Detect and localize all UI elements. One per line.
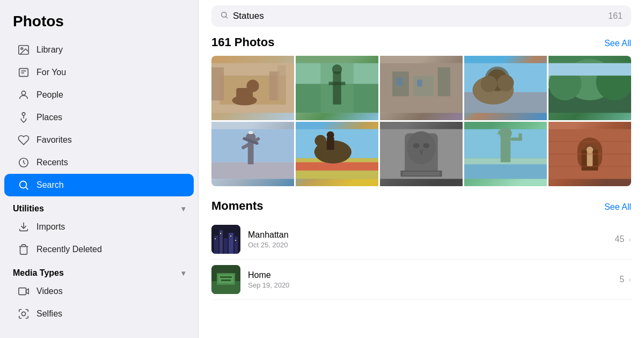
svg-rect-38 [464, 63, 547, 113]
svg-rect-23 [269, 71, 280, 100]
sidebar-item-people-label: People [36, 90, 63, 100]
svg-rect-63 [296, 158, 378, 179]
svg-rect-18 [219, 76, 286, 105]
photo-cell-5[interactable] [548, 56, 631, 120]
photo-cell-7[interactable] [296, 122, 378, 186]
svg-rect-37 [417, 80, 422, 86]
search-result-count: 161 [608, 11, 623, 21]
library-icon [17, 43, 30, 56]
svg-point-65 [314, 141, 352, 164]
moments-section: Moments See All [211, 199, 631, 300]
sidebar-item-library-label: Library [36, 45, 63, 55]
sidebar-item-favorites[interactable]: Favorites [4, 129, 194, 151]
photo-cell-6[interactable] [211, 122, 294, 186]
svg-point-49 [565, 59, 614, 100]
svg-point-29 [332, 64, 342, 74]
photo-cell-4[interactable] [464, 56, 547, 120]
sidebar-item-for-you[interactable]: For You [4, 61, 194, 84]
utilities-section-header[interactable]: Utilities ▾ [0, 196, 198, 216]
imports-icon [17, 221, 30, 233]
photos-section-title: 161 Photos [211, 35, 274, 49]
svg-rect-70 [380, 129, 463, 179]
utilities-chevron-icon: ▾ [181, 204, 185, 213]
photo-cell-9[interactable] [464, 122, 547, 186]
sidebar-item-recents[interactable]: Recents [4, 151, 194, 174]
svg-rect-55 [211, 162, 294, 179]
svg-rect-93 [587, 152, 593, 166]
svg-rect-101 [224, 238, 228, 254]
moment-item-manhattan[interactable]: Manhattan Oct 25, 2020 45 › [211, 219, 631, 260]
svg-rect-113 [221, 280, 231, 281]
moment-item-home[interactable]: Home Sep 19, 2020 5 › [211, 260, 631, 300]
moment-date-home: Sep 19, 2020 [248, 281, 612, 289]
svg-rect-72 [405, 134, 438, 175]
sidebar-item-videos[interactable]: Videos [4, 280, 194, 303]
moments-see-all-button[interactable]: See All [604, 202, 631, 212]
sidebar-item-imports[interactable]: Imports [4, 216, 194, 238]
photo-cell-1[interactable] [211, 56, 294, 120]
svg-line-16 [226, 17, 228, 18]
svg-rect-112 [220, 276, 232, 278]
svg-rect-25 [296, 63, 378, 113]
svg-rect-106 [230, 236, 231, 237]
svg-point-43 [485, 67, 510, 91]
photos-see-all-button[interactable]: See All [604, 39, 631, 48]
sidebar-item-search[interactable]: Search [4, 174, 194, 196]
sidebar-item-recently-deleted[interactable]: Recently Deleted [4, 238, 194, 261]
svg-point-9 [20, 181, 27, 188]
sidebar-item-selfies[interactable]: Selfies [4, 303, 194, 325]
svg-rect-88 [519, 134, 522, 141]
svg-point-14 [21, 312, 25, 315]
svg-rect-56 [248, 139, 254, 164]
sidebar-item-places-label: Places [36, 113, 62, 122]
svg-rect-35 [438, 68, 450, 97]
svg-rect-76 [401, 171, 442, 177]
favorites-icon [17, 134, 30, 146]
svg-rect-107 [235, 240, 236, 241]
svg-rect-59 [243, 137, 259, 145]
svg-rect-90 [548, 129, 631, 179]
photo-cell-8[interactable] [380, 122, 463, 186]
moment-right-manhattan: 45 › [615, 234, 631, 244]
places-icon [17, 111, 30, 124]
svg-rect-103 [235, 237, 238, 254]
svg-rect-104 [215, 238, 216, 239]
main-content: Statues 161 161 Photos See All [199, 0, 644, 338]
moments-section-header: Moments See All [211, 199, 631, 213]
svg-rect-17 [211, 63, 294, 113]
svg-rect-28 [333, 71, 341, 105]
svg-rect-53 [211, 129, 294, 179]
svg-point-69 [327, 131, 334, 139]
svg-rect-61 [296, 129, 378, 179]
svg-rect-40 [464, 92, 547, 113]
sidebar-item-places[interactable]: Places [4, 106, 194, 129]
svg-rect-32 [380, 63, 463, 113]
moment-info-manhattan: Manhattan Oct 25, 2020 [248, 230, 608, 249]
svg-rect-92 [582, 150, 598, 171]
svg-rect-39 [464, 63, 547, 97]
photos-section-header: 161 Photos See All [211, 35, 631, 49]
search-bar[interactable]: Statues 161 [211, 5, 631, 27]
moments-section-title: Moments [211, 199, 264, 213]
svg-rect-22 [211, 68, 224, 101]
sidebar-item-library[interactable]: Library [4, 39, 194, 61]
svg-rect-71 [380, 129, 463, 179]
moment-name-manhattan: Manhattan [248, 230, 608, 240]
people-icon [17, 89, 30, 101]
photo-cell-3[interactable] [380, 56, 463, 120]
svg-point-57 [246, 133, 255, 142]
top-bar: Statues 161 [199, 0, 644, 27]
svg-point-15 [222, 12, 226, 17]
photo-cell-10[interactable] [548, 122, 631, 186]
sidebar-item-recently-deleted-label: Recently Deleted [36, 245, 102, 254]
media-types-section-header[interactable]: Media Types ▾ [0, 261, 198, 280]
svg-rect-66 [320, 142, 331, 158]
svg-point-45 [497, 75, 514, 91]
photo-cell-2[interactable] [296, 56, 378, 120]
sidebar-item-people[interactable]: People [4, 84, 194, 106]
search-query[interactable]: Statues [233, 11, 604, 21]
svg-rect-87 [510, 137, 521, 141]
svg-rect-68 [327, 137, 334, 150]
moment-right-home: 5 › [619, 275, 631, 284]
svg-rect-26 [296, 84, 378, 113]
